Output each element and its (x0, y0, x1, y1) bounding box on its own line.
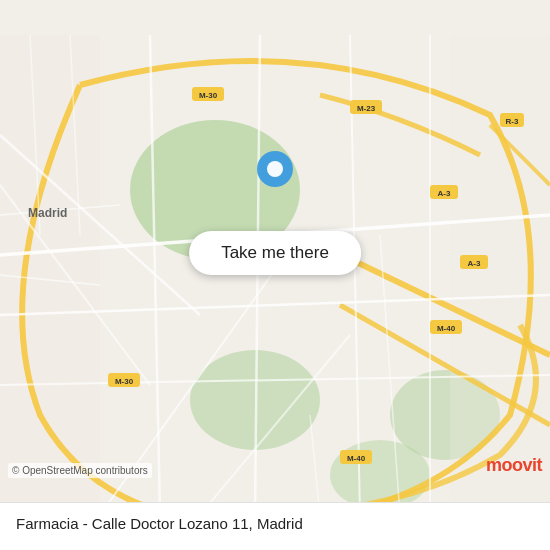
moovit-logo: moovit (486, 455, 542, 476)
svg-text:A-3: A-3 (438, 189, 451, 198)
svg-text:R-3: R-3 (506, 117, 519, 126)
location-card: Farmacia - Calle Doctor Lozano 11, Madri… (0, 502, 550, 550)
svg-text:M-30: M-30 (199, 91, 218, 100)
moovit-wordmark: moovit (486, 455, 542, 476)
svg-text:Madrid: Madrid (28, 206, 67, 220)
svg-text:M-40: M-40 (437, 324, 456, 333)
svg-rect-5 (0, 35, 100, 515)
location-name: Farmacia - Calle Doctor Lozano 11, Madri… (16, 515, 534, 532)
copyright-notice: © OpenStreetMap contributors (8, 463, 152, 478)
location-pin (257, 151, 293, 187)
map-container: M-30 M-30 M-23 A-3 A-3 M-40 M-40 R-3 Mad… (0, 0, 550, 550)
svg-point-25 (267, 161, 283, 177)
svg-text:M-23: M-23 (357, 104, 376, 113)
take-me-there-button[interactable]: Take me there (189, 231, 361, 275)
svg-text:M-40: M-40 (347, 454, 366, 463)
svg-text:M-30: M-30 (115, 377, 134, 386)
svg-text:A-3: A-3 (468, 259, 481, 268)
